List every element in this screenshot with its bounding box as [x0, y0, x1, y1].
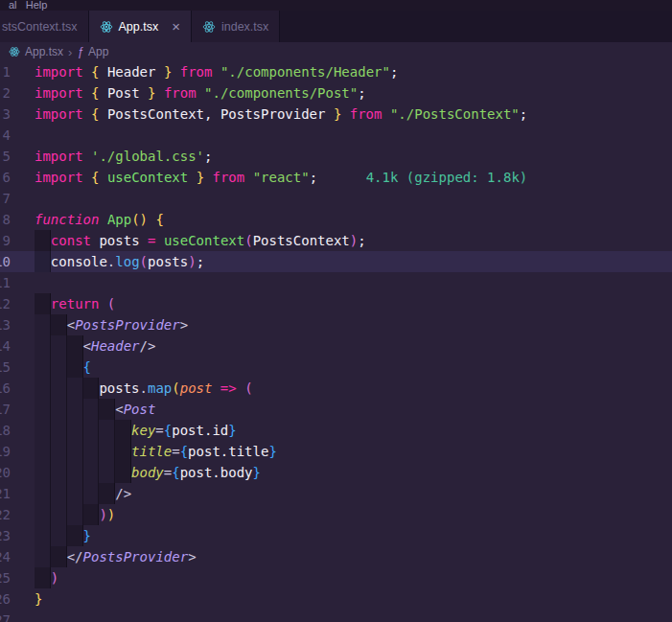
indent-guide: [67, 462, 83, 483]
code-line: 11: [0, 272, 672, 293]
indent-guide: [35, 357, 51, 378]
line-number: 14: [0, 335, 11, 357]
line-number: 1: [0, 61, 11, 82]
tab-App.tsx[interactable]: App.tsx×: [89, 11, 192, 42]
code-line: 21/>: [0, 483, 672, 504]
code-line: 24</PostsProvider>: [0, 546, 672, 567]
indent-guide: [35, 378, 51, 399]
breadcrumb: App.tsx › ƒ App: [0, 42, 672, 61]
code-line: 18key={post.id}: [0, 420, 672, 441]
react-icon: [202, 20, 216, 34]
indent-guide: [67, 441, 83, 462]
react-icon: [9, 46, 20, 58]
indent-guide: [35, 504, 51, 525]
code-line: 1import { Header } from "./components/He…: [0, 61, 672, 82]
line-number: 20: [0, 462, 11, 483]
line-number: 3: [0, 104, 11, 125]
indent-guide: [83, 483, 100, 504]
indent-guide: [35, 335, 51, 357]
indent-guide: [51, 441, 67, 462]
tab-stsContext.tsx[interactable]: stsContext.tsx: [0, 11, 89, 42]
line-number: 18: [0, 420, 11, 441]
indent-guide: [51, 504, 67, 525]
code-line: 10console.log(posts);: [0, 251, 672, 272]
line-number: 2: [0, 82, 11, 104]
vscode-window: al Help stsContext.tsxApp.tsx×index.tsx …: [0, 0, 672, 622]
indent-guide: [51, 357, 67, 378]
code-line: 15{: [0, 357, 672, 378]
indent-guide: [99, 399, 115, 420]
menu-bar[interactable]: al Help: [0, 0, 672, 11]
indent-guide: [35, 399, 51, 420]
line-number: 24: [0, 546, 11, 567]
indent-guide: [83, 420, 100, 441]
indent-guide: [35, 420, 51, 441]
symbol-function-icon: ƒ: [77, 45, 83, 58]
indent-guide: [115, 420, 131, 441]
breadcrumb-file[interactable]: App.tsx: [25, 45, 63, 58]
code-line: 5import './global.css';: [0, 146, 672, 167]
tab-bar: stsContext.tsxApp.tsx×index.tsx: [0, 11, 672, 42]
indent-guide: [115, 441, 131, 462]
breadcrumb-separator: ›: [68, 45, 72, 59]
indent-guide: [99, 483, 115, 504]
indent-guide: [35, 251, 51, 272]
line-number: 23: [0, 525, 11, 546]
code-line: 2import { Post } from "./components/Post…: [0, 82, 672, 104]
indent-guide: [51, 483, 67, 504]
code-editor[interactable]: 1import { Header } from "./components/He…: [0, 61, 672, 622]
code-line: 16posts.map(post => (: [0, 378, 672, 399]
tab-close-icon[interactable]: ×: [172, 19, 180, 34]
line-number: 10: [0, 251, 11, 272]
indent-guide: [67, 357, 83, 378]
indent-guide: [99, 462, 115, 483]
line-number: 12: [0, 293, 11, 314]
code-line: 19title={post.title}: [0, 441, 672, 462]
react-icon: [100, 20, 113, 34]
indent-guide: [67, 420, 83, 441]
indent-guide: [83, 504, 100, 525]
breadcrumb-symbol[interactable]: App: [88, 45, 108, 58]
code-line: 4: [0, 125, 672, 146]
menu-bar-clipped-text: al Help: [9, 0, 47, 11]
line-number: 7: [0, 188, 11, 209]
indent-guide: [35, 546, 51, 567]
tab-label: index.tsx: [221, 20, 268, 34]
line-number: 15: [0, 357, 11, 378]
indent-guide: [83, 441, 100, 462]
line-number: 16: [0, 378, 11, 399]
code-line: 3import { PostsContext, PostsProvider } …: [0, 104, 672, 125]
line-number: 21: [0, 483, 11, 504]
indent-guide: [35, 462, 51, 483]
indent-guide: [35, 525, 51, 546]
indent-guide: [35, 567, 51, 588]
indent-guide: [35, 441, 51, 462]
indent-guide: [83, 378, 100, 399]
indent-guide: [67, 504, 83, 525]
line-number: 26: [0, 588, 11, 610]
indent-guide: [99, 441, 115, 462]
line-number: 17: [0, 399, 11, 420]
indent-guide: [35, 293, 51, 314]
code-line: 8function App() {: [0, 209, 672, 230]
indent-guide: [35, 314, 51, 335]
line-number: 4: [0, 125, 11, 146]
indent-guide: [51, 335, 67, 357]
indent-guide: [67, 399, 83, 420]
indent-guide: [115, 462, 131, 483]
code-line: 17<Post: [0, 399, 672, 420]
code-line: 27: [0, 610, 672, 622]
indent-guide: [83, 399, 100, 420]
code-line: 22)): [0, 504, 672, 525]
indent-guide: [83, 462, 100, 483]
code-line: 25): [0, 567, 672, 588]
line-number: 6: [0, 167, 11, 188]
indent-guide: [35, 230, 51, 251]
indent-guide: [67, 378, 83, 399]
line-number: 8: [0, 209, 11, 230]
indent-guide: [67, 483, 83, 504]
indent-guide: [99, 420, 115, 441]
indent-guide: [67, 335, 83, 357]
tab-index.tsx[interactable]: index.tsx: [192, 11, 280, 42]
indent-guide: [51, 462, 67, 483]
